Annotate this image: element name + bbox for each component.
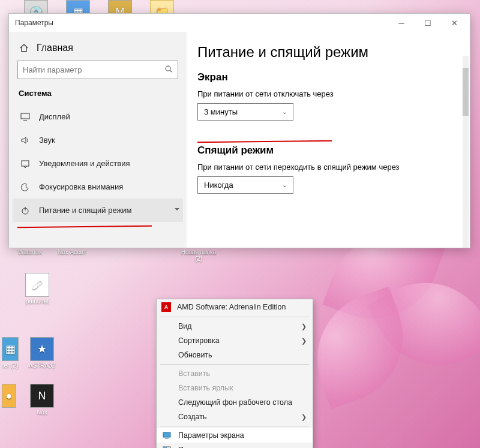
desktop-label: Waterfox: [18, 249, 42, 255]
nav-label: Уведомления и действия: [39, 159, 130, 168]
annotation-underline: [17, 225, 152, 228]
desktop-icon-partial[interactable]: ●: [0, 384, 18, 409]
desktop-label: Nox Ассит: [58, 249, 86, 255]
cm-next-wallpaper[interactable]: Следующий фон рабочего стола: [157, 395, 313, 410]
chevron-down-icon: ⌄: [282, 109, 287, 115]
cm-label: Вид: [178, 322, 295, 330]
cm-label: Вставить ярлык: [178, 384, 307, 392]
home-icon: [19, 43, 29, 53]
desktop-icon-ter[interactable]: ▦ ter (2): [0, 337, 20, 369]
cm-label: Создать: [178, 413, 295, 421]
cm-label: Параметры экрана: [178, 431, 307, 440]
desktop-label: Новая папка (2): [178, 249, 220, 262]
screen-icon: [161, 432, 172, 439]
desktop-icon-label: Nox: [24, 409, 60, 416]
search-input[interactable]: [23, 65, 164, 74]
desktop-icon-label: paint.net: [19, 298, 55, 305]
nav-item-display[interactable]: Дисплей: [13, 105, 183, 128]
dropdown-value: 3 минуты: [204, 107, 238, 116]
cm-label: Следующий фон рабочего стола: [178, 398, 307, 407]
focus-icon: [20, 183, 31, 191]
amd-icon: A: [161, 302, 171, 312]
desktop-icon-label: ter (2): [0, 362, 20, 369]
cm-label: Персонализация: [178, 446, 307, 448]
content-pane: Питание и спящий режим Экран При питании…: [187, 32, 470, 248]
settings-window: Параметры ─ ☐ ✕ Главная Система: [8, 13, 470, 248]
cm-display-settings[interactable]: Параметры экрана: [157, 428, 313, 443]
dropdown-value: Никогда: [204, 181, 233, 190]
desktop-context-menu: A AMD Software: Adrenalin Edition Вид ❯ …: [156, 299, 313, 448]
nav-label: Дисплей: [39, 112, 70, 121]
scrollbar[interactable]: [463, 56, 469, 248]
cm-paste: Вставить: [157, 366, 313, 381]
screen-off-dropdown[interactable]: 3 минуты ⌄: [197, 103, 293, 121]
svg-rect-2: [21, 113, 29, 119]
power-icon: [20, 206, 31, 215]
cm-label: Сортировка: [178, 336, 295, 345]
nav-item-sound[interactable]: Звук: [13, 128, 183, 152]
minimize-button[interactable]: ─: [388, 14, 415, 32]
notify-icon: [20, 160, 31, 168]
desktop-icon-paintnet[interactable]: 🖌 paint.net: [19, 273, 55, 305]
svg-rect-4: [22, 161, 29, 166]
sleep-dropdown[interactable]: Никогда ⌄: [197, 176, 293, 194]
maximize-button[interactable]: ☐: [415, 14, 441, 32]
cm-personalization[interactable]: Персонализация: [157, 443, 313, 448]
cm-sort[interactable]: Сортировка ❯: [157, 333, 313, 348]
cm-paste-shortcut: Вставить ярлык: [157, 381, 313, 395]
sleep-heading: Спящий режим: [197, 145, 454, 157]
sidebar: Главная Система Дисплей Звук: [9, 32, 187, 248]
nav-label: Питание и спящий режим: [39, 206, 131, 215]
nav-item-focus[interactable]: Фокусировка внимания: [13, 175, 183, 199]
desktop-icon-nox[interactable]: N Nox: [24, 384, 60, 416]
cm-separator: [160, 317, 309, 317]
close-button[interactable]: ✕: [441, 14, 467, 32]
window-title: Параметры: [15, 19, 388, 27]
home-row[interactable]: Главная: [13, 37, 183, 61]
svg-rect-7: [163, 432, 170, 437]
screen-heading: Экран: [197, 71, 454, 83]
desktop-icon-label: ASTRA32: [24, 362, 60, 369]
screen-off-label: При питании от сети отключать через: [197, 89, 454, 98]
nav-list: Дисплей Звук Уведомления и действия Фоку…: [13, 105, 183, 248]
cm-amd-software[interactable]: A AMD Software: Adrenalin Edition: [157, 299, 313, 315]
chevron-right-icon: ❯: [301, 323, 307, 330]
nav-item-power[interactable]: Питание и спящий режим: [13, 199, 183, 222]
cm-label: AMD Software: Adrenalin Edition: [177, 303, 307, 311]
display-icon: [20, 113, 31, 121]
cm-separator: [160, 364, 309, 365]
nav-item-notifications[interactable]: Уведомления и действия: [13, 152, 183, 175]
chevron-down-icon: ⌄: [282, 182, 287, 188]
cm-new[interactable]: Создать ❯: [157, 410, 313, 424]
cm-refresh[interactable]: Обновить: [157, 348, 313, 362]
cm-view[interactable]: Вид ❯: [157, 319, 313, 333]
cm-label: Обновить: [178, 351, 307, 359]
scrollbar-thumb[interactable]: [463, 68, 469, 116]
sound-icon: [20, 136, 31, 145]
svg-point-0: [166, 66, 170, 71]
search-icon: [164, 65, 173, 75]
cm-label: Вставить: [178, 369, 307, 378]
search-box[interactable]: [17, 61, 178, 79]
nav-label: Фокусировка внимания: [39, 182, 123, 191]
page-title: Питание и спящий режим: [197, 44, 454, 61]
home-label: Главная: [37, 43, 73, 53]
chevron-right-icon: ❯: [301, 413, 307, 421]
nav-label: Звук: [39, 136, 55, 145]
chevron-right-icon: ❯: [301, 337, 307, 345]
svg-line-1: [170, 70, 172, 72]
desktop-icon-astra[interactable]: ★ ASTRA32: [24, 337, 60, 369]
titlebar: Параметры ─ ☐ ✕: [9, 14, 470, 32]
sleep-label: При питании от сети переходить в спящий …: [197, 163, 454, 172]
cm-separator: [160, 426, 309, 426]
section-label: Система: [13, 86, 183, 105]
